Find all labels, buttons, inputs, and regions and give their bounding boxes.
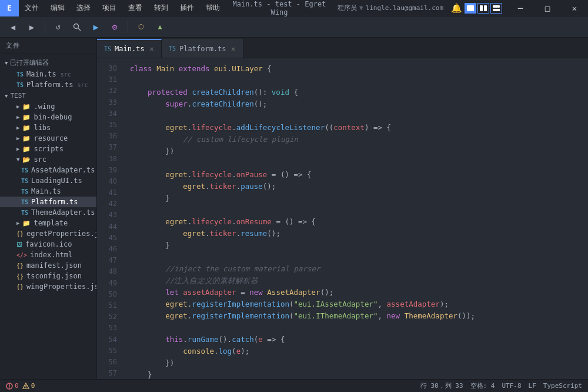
menu-select[interactable]: 选择 — [71, 0, 96, 16]
theme-adapter-name: ThemeAdapter.ts — [31, 208, 95, 217]
test-label: TEST — [10, 92, 26, 99]
svg-rect-4 — [493, 9, 500, 11]
menu-plugin[interactable]: 插件 — [174, 0, 200, 16]
tab-platform-ts-close[interactable]: × — [231, 44, 236, 54]
template-name: template — [34, 219, 68, 227]
indent-size: 空格: 4 — [470, 381, 495, 390]
tree-main-ts[interactable]: TS Main.ts — [0, 186, 96, 197]
close-button[interactable]: ✕ — [561, 0, 588, 16]
tab-main-ts-label: Main.ts — [115, 45, 145, 53]
main-ts-icon: TS — [16, 71, 24, 78]
tree-scripts[interactable]: ▶ 📁 scripts — [0, 144, 96, 154]
menu-project[interactable]: 项目 — [96, 0, 122, 16]
main-ts-name: Main.ts — [31, 187, 61, 195]
status-left: 0 0 — [6, 382, 35, 390]
toolbar-run[interactable]: ▶ — [88, 19, 104, 35]
egret-props-name: egretProperties.json — [26, 230, 96, 238]
open-editors-chevron: ▼ — [5, 60, 8, 66]
app-icon: E — [0, 0, 19, 16]
toolbar-publish[interactable]: ▲ — [152, 19, 168, 35]
menu-view[interactable]: 查看 — [122, 0, 148, 16]
src-chevron: ▼ — [16, 157, 19, 162]
toolbar-debug[interactable]: ⚙ — [106, 19, 123, 35]
tab-bar: TS Main.ts × TS Platform.ts × — [97, 38, 588, 58]
tree-libs[interactable]: ▶ 📁 libs — [0, 122, 96, 133]
error-count[interactable]: 0 — [6, 382, 19, 390]
asset-adapter-name: AssetAdapter.ts — [31, 166, 95, 174]
language-mode[interactable]: TypeScript — [543, 382, 582, 390]
menu-edit[interactable]: 编辑 — [45, 0, 71, 16]
tree-wing-properties[interactable]: {} wingProperties.json — [0, 281, 96, 292]
test-chevron: ▼ — [5, 93, 8, 99]
tree-manifest[interactable]: {} manifest.json — [0, 260, 96, 271]
code-content[interactable]: class Main extends eui.UILayer { protect… — [121, 58, 588, 379]
open-file-main[interactable]: TS Main.ts src — [0, 69, 96, 79]
error-number: 0 — [15, 382, 19, 390]
toolbar-refresh[interactable]: ↺ — [50, 19, 66, 35]
tree-template[interactable]: ▶ 📁 template — [0, 218, 96, 228]
layout-buttons — [465, 3, 502, 14]
tab-platform-ts[interactable]: TS Platform.ts × — [162, 39, 243, 58]
platform-ts-name: Platform.ts — [31, 198, 78, 206]
statusbar: 0 0 行 30，列 33 空格: 4 UTF-8 LF TypeScript — [0, 379, 588, 392]
tab-main-ts[interactable]: TS Main.ts × — [97, 39, 162, 58]
user-email: lingle.lau@gmail.com — [366, 4, 443, 12]
open-file-main-name: Main.ts — [26, 70, 56, 78]
toolbar-back[interactable]: ◀ — [5, 19, 21, 35]
test-section[interactable]: ▼ TEST — [0, 90, 96, 101]
layout-split-h[interactable] — [490, 3, 502, 14]
code-editor: 3031323334 3536373839 4041424344 4546474… — [97, 58, 588, 379]
toolbar-sep-1 — [45, 21, 45, 33]
maximize-button[interactable]: □ — [534, 0, 561, 16]
tree-favicon[interactable]: 🖼 favicon.ico — [0, 239, 96, 250]
open-editors-section[interactable]: ▼ 已打开编辑器 — [0, 57, 96, 69]
main-ts-tag: src — [61, 71, 71, 78]
tree-egret-properties[interactable]: {} egretProperties.json — [0, 228, 96, 239]
tsconfig-name: tsconfig.json — [26, 272, 82, 280]
tree-theme-adapter[interactable]: TS ThemeAdapter.ts — [0, 207, 96, 218]
open-file-platform[interactable]: TS Platform.ts src — [0, 79, 96, 90]
index-html-icon: </> — [16, 252, 27, 258]
index-html-name: index.html — [30, 251, 72, 259]
tree-tsconfig[interactable]: {} tsconfig.json — [0, 271, 96, 281]
warning-number: 0 — [31, 382, 35, 390]
notification-bell[interactable]: 🔔 — [448, 0, 465, 16]
asset-adapter-icon: TS — [21, 167, 28, 174]
tree-loading-ui[interactable]: TS LoadingUI.ts — [0, 175, 96, 186]
error-icon — [6, 383, 13, 390]
open-file-platform-name: Platform.ts — [26, 81, 73, 89]
tab-main-ts-close[interactable]: × — [149, 44, 154, 54]
tree-asset-adapter[interactable]: TS AssetAdapter.ts — [0, 165, 96, 175]
tree-index-html[interactable]: </> index.html — [0, 250, 96, 260]
libs-chevron: ▶ — [16, 125, 19, 131]
minimize-button[interactable]: ─ — [507, 0, 534, 16]
status-right: 行 30，列 33 空格: 4 UTF-8 LF TypeScript — [420, 381, 582, 390]
menu-help[interactable]: 帮助 — [200, 0, 226, 16]
svg-point-9 — [9, 387, 10, 388]
menu-items: 文件 编辑 选择 项目 查看 转到 插件 帮助 — [19, 0, 226, 16]
toolbar-build[interactable]: ⬡ — [133, 19, 149, 35]
sidebar: 文件 ▼ 已打开编辑器 TS Main.ts src TS Platform.t… — [0, 38, 97, 379]
wing-folder-icon: 📁 — [22, 103, 31, 111]
wing-props-name: wingProperties.json — [26, 283, 96, 291]
file-tree[interactable]: ▼ 已打开编辑器 TS Main.ts src TS Platform.ts s… — [0, 54, 96, 379]
tree-resource[interactable]: ▶ 📁 resource — [0, 133, 96, 144]
menu-file[interactable]: 文件 — [19, 0, 45, 16]
template-icon: 📁 — [22, 220, 31, 227]
tree-wing[interactable]: ▶ 📁 .wing — [0, 101, 96, 112]
sidebar-header: 文件 — [0, 38, 96, 54]
tree-bin-debug[interactable]: ▶ 📁 bin-debug — [0, 112, 96, 122]
warning-count[interactable]: 0 — [22, 382, 35, 390]
layout-split-v[interactable] — [477, 3, 489, 14]
main-layout: 文件 ▼ 已打开编辑器 TS Main.ts src TS Platform.t… — [0, 38, 588, 379]
svg-rect-3 — [493, 5, 500, 8]
svg-point-5 — [74, 24, 79, 28]
menu-goto[interactable]: 转到 — [148, 0, 174, 16]
layout-single[interactable] — [465, 3, 476, 14]
toolbar-search[interactable] — [69, 19, 85, 35]
tree-src[interactable]: ▼ 📂 src — [0, 154, 96, 165]
line-numbers: 3031323334 3536373839 4041424344 4546474… — [97, 58, 121, 379]
tree-platform-ts[interactable]: TS Platform.ts — [0, 197, 96, 207]
warning-icon — [22, 383, 29, 390]
toolbar-forward[interactable]: ▶ — [24, 19, 40, 35]
